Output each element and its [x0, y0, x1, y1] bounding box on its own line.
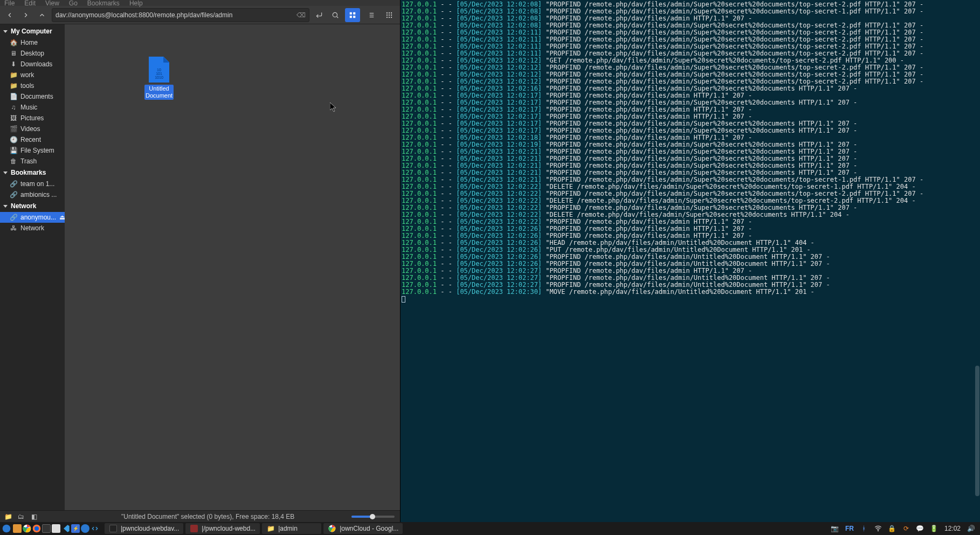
sidebar-item-videos[interactable]: 🎬Videos: [0, 124, 65, 134]
file-manager-window: File Edit View Go Bookmarks Help dav://a…: [0, 0, 400, 522]
sidebar-item-network[interactable]: 🖧Network: [0, 223, 65, 234]
sidebar-group-bookmarks[interactable]: Bookmarks: [0, 167, 65, 179]
bluetooth-icon[interactable]: ᚼ: [860, 525, 868, 532]
svg-point-12: [387, 12, 388, 13]
sidebar-item-anonymous[interactable]: 🔗anonymou...⏏: [0, 212, 65, 223]
toggle-path-icon[interactable]: [313, 9, 326, 22]
sidebar-item-music[interactable]: ♫Music: [0, 102, 65, 113]
music-icon: ♫: [10, 104, 17, 111]
forward-button[interactable]: [19, 9, 32, 22]
svg-rect-5: [353, 16, 355, 18]
zoom-slider[interactable]: [351, 516, 395, 518]
taskbar-app[interactable]: 📁|admin: [262, 523, 321, 534]
file-view[interactable]: 10 101 1010 Untitled Document: [65, 24, 400, 510]
icon-view-button[interactable]: [345, 8, 360, 22]
sidebar-item-documents[interactable]: 📄Documents: [0, 91, 65, 102]
sidebar-group-my-computer[interactable]: My Computer: [0, 25, 65, 37]
volume-icon[interactable]: 🔊: [967, 525, 975, 532]
menu-bookmarks[interactable]: Bookmarks: [87, 0, 120, 7]
launcher-text-editor-icon[interactable]: [52, 524, 60, 533]
tree-icon[interactable]: 🗂: [17, 513, 25, 520]
wifi-icon[interactable]: [874, 525, 882, 532]
terminal-scrollbar[interactable]: [975, 0, 980, 522]
taskbar-app[interactable]: |/pwncloud-webd...: [185, 523, 260, 534]
remote-icon: 🔗: [10, 180, 17, 188]
sidebar: My Computer 🏠Home 🖥Desktop ⬇Downloads 📁w…: [0, 24, 65, 510]
menu-view[interactable]: View: [45, 0, 59, 7]
menu-edit[interactable]: Edit: [24, 0, 36, 7]
taskbar-app-label: |ownCloud - Googl...: [340, 525, 398, 532]
documents-icon: 📄: [10, 93, 17, 100]
clock[interactable]: 12:02: [944, 525, 961, 532]
launcher-vscode-icon[interactable]: [61, 524, 70, 533]
menu-file[interactable]: File: [4, 0, 15, 7]
search-icon[interactable]: [329, 9, 342, 22]
folder-icon: 📁: [10, 71, 17, 79]
sidebar-item-desktop[interactable]: 🖥Desktop: [0, 48, 65, 59]
svg-point-19: [389, 16, 390, 17]
close-sidebar-icon[interactable]: ◧: [30, 513, 38, 520]
taskbar-app-icon: 📁: [266, 524, 275, 533]
path-text: dav://anonymous@localhost:8800/remote.ph…: [56, 11, 232, 19]
sidebar-item-recent[interactable]: 🕘Recent: [0, 134, 65, 145]
file-label: Untitled Document: [144, 85, 174, 100]
launcher-app-icon[interactable]: [81, 524, 89, 533]
svg-rect-4: [350, 16, 352, 18]
svg-point-28: [878, 531, 878, 531]
list-view-button[interactable]: [363, 8, 378, 22]
battery-icon[interactable]: 🔋: [930, 525, 938, 532]
status-text: "Untitled Document" selected (0 bytes), …: [121, 513, 294, 520]
taskbar-app[interactable]: |pwncloud-webdav...: [105, 523, 183, 534]
svg-point-14: [391, 12, 392, 13]
launcher-firefox-icon[interactable]: [32, 524, 41, 533]
menu-help[interactable]: Help: [129, 0, 143, 7]
lock-icon[interactable]: 🔒: [888, 525, 896, 532]
network-icon: 🖧: [10, 224, 17, 232]
updates-icon[interactable]: ⟳: [902, 525, 910, 532]
terminal-window[interactable]: 127.0.0.1 - - [05/Dec/2023 12:02:08] "PR…: [400, 0, 980, 522]
svg-point-20: [391, 16, 392, 17]
taskbar-app[interactable]: |ownCloud - Googl...: [323, 523, 403, 534]
launcher-code-icon[interactable]: [91, 524, 99, 533]
sidebar-item-filesystem[interactable]: 💾File System: [0, 145, 65, 156]
sidebar-item-ambionics[interactable]: 🔗ambionics ...: [0, 189, 65, 200]
up-button[interactable]: [36, 9, 49, 22]
sidebar-item-home[interactable]: 🏠Home: [0, 37, 65, 48]
svg-point-16: [389, 14, 390, 15]
launcher-files-icon[interactable]: [13, 524, 22, 533]
taskbar-app-icon: [109, 524, 118, 533]
back-button[interactable]: [3, 9, 16, 22]
launcher-chrome-icon[interactable]: [23, 524, 31, 533]
svg-rect-2: [350, 12, 352, 14]
sidebar-item-pictures[interactable]: 🖼Pictures: [0, 113, 65, 124]
taskbar-app-label: |admin: [278, 525, 298, 532]
screenshot-icon[interactable]: 📷: [831, 525, 839, 532]
desktop-icon: 🖥: [10, 50, 17, 57]
terminal-line: 127.0.0.1 - - [05/Dec/2023 12:02:30] "MO…: [402, 289, 976, 296]
sidebar-item-downloads[interactable]: ⬇Downloads: [0, 59, 65, 70]
sidebar-item-work[interactable]: 📁work: [0, 70, 65, 80]
language-indicator[interactable]: FR: [845, 525, 854, 532]
svg-line-1: [337, 16, 339, 18]
file-item-untitled[interactable]: 10 101 1010 Untitled Document: [144, 57, 174, 100]
places-icon[interactable]: 📁: [4, 513, 12, 520]
eject-icon[interactable]: ⏏: [59, 214, 65, 221]
sidebar-item-trash[interactable]: 🗑Trash: [0, 156, 65, 167]
sidebar-item-tools[interactable]: 📁tools: [0, 80, 65, 91]
notifications-icon[interactable]: 💬: [916, 525, 924, 532]
launcher-terminal-icon[interactable]: [42, 524, 51, 533]
clear-path-icon[interactable]: ⌫: [296, 11, 306, 19]
svg-point-13: [389, 12, 390, 13]
remote-icon: 🔗: [10, 214, 17, 221]
launcher-burp-icon[interactable]: ⚡: [71, 524, 80, 533]
taskbar-app-icon: [328, 524, 336, 533]
sidebar-group-network[interactable]: Network: [0, 200, 65, 212]
path-input[interactable]: dav://anonymous@localhost:8800/remote.ph…: [52, 8, 309, 22]
start-menu-icon[interactable]: [2, 524, 11, 533]
menu-go[interactable]: Go: [69, 0, 78, 7]
downloads-icon: ⬇: [10, 60, 17, 68]
taskbar-app-label: |pwncloud-webdav...: [121, 525, 179, 532]
compact-view-button[interactable]: [382, 8, 397, 22]
sidebar-item-team[interactable]: 🔗team on 1...: [0, 179, 65, 189]
statusbar: 📁 🗂 ◧ "Untitled Document" selected (0 by…: [0, 510, 400, 522]
